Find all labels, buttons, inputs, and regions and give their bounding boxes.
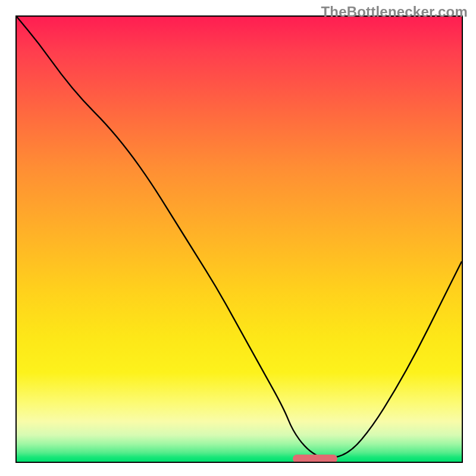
chart-container: TheBottlenecker.com xyxy=(0,0,476,476)
bottleneck-curve xyxy=(17,17,462,462)
optimal-zone-marker xyxy=(293,455,337,463)
watermark-text: TheBottlenecker.com xyxy=(321,4,468,20)
plot-area xyxy=(15,15,463,463)
